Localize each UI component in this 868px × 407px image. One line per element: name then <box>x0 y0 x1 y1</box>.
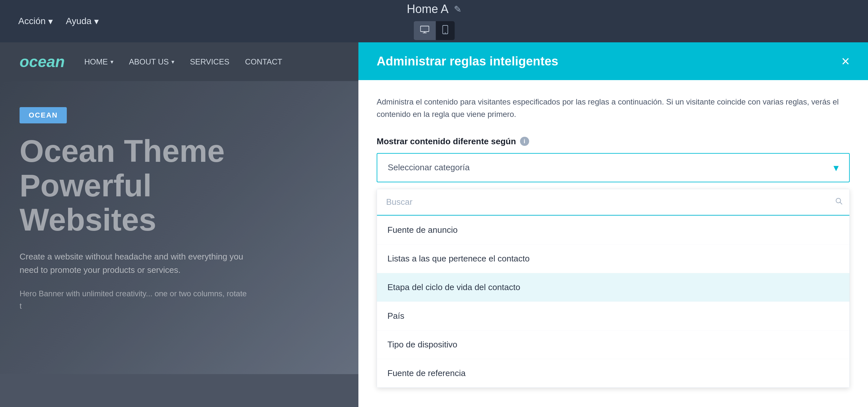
category-select[interactable]: Seleccionar categoría ▾ <box>377 153 850 182</box>
select-placeholder: Seleccionar categoría <box>388 163 469 173</box>
edit-icon[interactable]: ✎ <box>454 4 461 15</box>
search-input[interactable] <box>377 189 849 215</box>
nav-link-about[interactable]: ABOUT US ▾ <box>129 57 174 66</box>
hero-sub: Hero Banner with unlimited creativity...… <box>20 287 248 313</box>
category-dropdown: Fuente de anuncio Listas a las que perte… <box>377 189 850 388</box>
website-nav-links: HOME ▾ ABOUT US ▾ SERVICES CONTACT <box>84 57 282 66</box>
category-select-wrapper: Seleccionar categoría ▾ <box>377 153 850 182</box>
website-logo: ocean <box>20 53 65 71</box>
main-area: ocean HOME ▾ ABOUT US ▾ SERVICES CONTACT <box>0 42 868 407</box>
preview-area: ocean HOME ▾ ABOUT US ▾ SERVICES CONTACT <box>0 42 359 407</box>
hero-section: OCEAN Ocean ThemePowerful Websites Creat… <box>0 81 359 374</box>
accion-menu-button[interactable]: Acción ▾ <box>13 13 58 29</box>
nav-link-contact[interactable]: CONTACT <box>245 57 282 66</box>
dropdown-item-etapa-ciclo[interactable]: Etapa del ciclo de vida del contacto <box>377 273 849 302</box>
device-switcher <box>413 21 455 40</box>
accion-chevron: ▾ <box>48 16 53 27</box>
search-button[interactable] <box>835 197 843 207</box>
panel-body: Administra el contenido para visitantes … <box>359 80 868 407</box>
dropdown-item-fuente-referencia[interactable]: Fuente de referencia <box>377 359 849 387</box>
ayuda-chevron: ▾ <box>94 16 99 27</box>
top-bar-left: Acción ▾ Ayuda ▾ <box>13 13 104 29</box>
svg-point-2 <box>445 33 446 34</box>
dropdown-item-pais[interactable]: País <box>377 302 849 331</box>
panel-close-button[interactable]: × <box>841 54 850 68</box>
nav-link-home[interactable]: HOME ▾ <box>84 57 114 66</box>
dropdown-item-tipo-dispositivo[interactable]: Tipo de dispositivo <box>377 331 849 359</box>
dropdown-item-fuente-anuncio[interactable]: Fuente de anuncio <box>377 216 849 244</box>
hero-title: Ocean ThemePowerful Websites <box>20 134 280 237</box>
website-nav: ocean HOME ▾ ABOUT US ▾ SERVICES CONTACT <box>0 42 359 81</box>
panel-title: Administrar reglas inteligentes <box>377 55 558 68</box>
ayuda-label: Ayuda <box>66 16 92 26</box>
desktop-device-button[interactable] <box>413 21 436 40</box>
home-chevron: ▾ <box>111 58 114 65</box>
nav-link-services[interactable]: SERVICES <box>190 57 229 66</box>
section-label: Mostrar contenido diferente según i <box>377 136 850 146</box>
search-wrapper <box>377 189 849 216</box>
ayuda-menu-button[interactable]: Ayuda ▾ <box>61 13 104 29</box>
info-icon[interactable]: i <box>520 137 529 146</box>
page-title-area: Home A ✎ <box>407 2 461 16</box>
dropdown-list: Fuente de anuncio Listas a las que perte… <box>377 216 849 387</box>
dropdown-item-listas-contacto[interactable]: Listas a las que pertenece el contacto <box>377 244 849 273</box>
about-chevron: ▾ <box>172 58 174 65</box>
panel-header: Administrar reglas inteligentes × <box>359 42 868 80</box>
select-arrow-icon: ▾ <box>834 162 839 174</box>
svg-rect-0 <box>420 26 429 32</box>
hero-badge: OCEAN <box>20 107 67 124</box>
page-title: Home A <box>407 2 448 16</box>
smart-rules-panel: Administrar reglas inteligentes × Admini… <box>359 42 868 407</box>
mobile-device-button[interactable] <box>436 21 455 40</box>
top-bar-center: Home A ✎ <box>407 2 461 40</box>
panel-description: Administra el contenido para visitantes … <box>377 96 850 121</box>
accion-label: Acción <box>18 16 45 26</box>
hero-description: Create a website without headache and wi… <box>20 250 248 277</box>
top-bar: Acción ▾ Ayuda ▾ Home A ✎ <box>0 0 868 42</box>
